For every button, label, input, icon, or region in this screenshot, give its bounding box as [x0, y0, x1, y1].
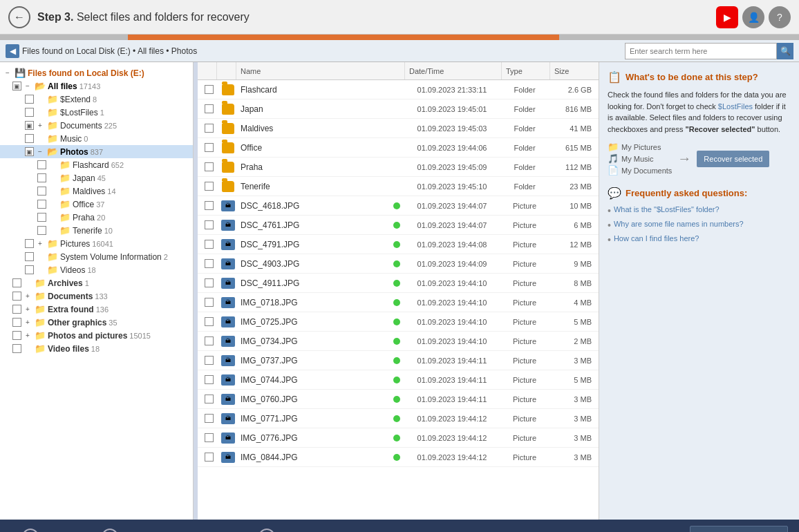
- file-checkbox[interactable]: [199, 336, 218, 345]
- tree-item-othergraphics[interactable]: + 📁 Other graphics 35: [0, 316, 193, 329]
- col-header-type[interactable]: Type: [502, 62, 550, 79]
- checkbox[interactable]: [205, 182, 214, 191]
- tree-item-tenerife[interactable]: 📁 Tenerife 10: [0, 224, 193, 237]
- checkbox-flashcard[interactable]: [37, 160, 46, 169]
- tree-item-japan[interactable]: 📁 Japan 45: [0, 171, 193, 184]
- tree-item-all-files[interactable]: ▣ − 📂 All files 17143: [0, 79, 193, 93]
- lostfiles-link[interactable]: $LostFiles: [718, 102, 753, 111]
- col-header-date[interactable]: Date/Time: [405, 62, 502, 79]
- checkbox[interactable]: [205, 85, 214, 94]
- file-row[interactable]: IMG_0771.JPG 01.09.2023 19:44:12 Picture…: [198, 409, 599, 428]
- file-checkbox[interactable]: [199, 414, 218, 423]
- file-checkbox[interactable]: [199, 298, 218, 307]
- col-header-name[interactable]: Name: [236, 62, 405, 79]
- tree-item-documents[interactable]: ▣ + 📁 Documents 225: [0, 119, 193, 132]
- tree-item-extend[interactable]: 📁 $Extend 8: [0, 93, 193, 106]
- help-button[interactable]: ?: [769, 6, 791, 28]
- file-checkbox[interactable]: [199, 317, 218, 326]
- checkbox[interactable]: [205, 375, 214, 384]
- checkbox[interactable]: [205, 143, 214, 152]
- checkbox[interactable]: [205, 433, 214, 442]
- tree-root[interactable]: − 💾 Files found on Local Disk (E:): [0, 66, 193, 79]
- file-checkbox[interactable]: [199, 220, 218, 229]
- file-checkbox[interactable]: [199, 162, 218, 171]
- checkbox[interactable]: [205, 240, 214, 249]
- checkbox[interactable]: [205, 336, 214, 345]
- checkbox[interactable]: [205, 259, 214, 268]
- checkbox[interactable]: [205, 414, 214, 423]
- faq-link-1[interactable]: What is the "$LostFiles" folder?: [614, 205, 720, 213]
- file-row[interactable]: Office 01.09.2023 19:44:06 Folder 615 MB: [198, 138, 599, 158]
- checkbox-documents2[interactable]: [12, 292, 21, 301]
- recover-selected-button[interactable]: Recover selected: [690, 526, 788, 533]
- faq-link-2[interactable]: Why are some file names in numbers?: [614, 220, 744, 228]
- file-row[interactable]: IMG_0718.JPG 01.09.2023 19:44:10 Picture…: [198, 293, 599, 312]
- checkbox-archives[interactable]: [12, 278, 21, 287]
- file-row[interactable]: Maldives 01.09.2023 19:45:03 Folder 41 M…: [198, 119, 599, 138]
- faq-link-3[interactable]: How can I find files here?: [614, 234, 699, 243]
- tree-item-maldives[interactable]: 📁 Maldives 14: [0, 184, 193, 198]
- file-row[interactable]: IMG_0734.JPG 01.09.2023 19:44:10 Picture…: [198, 332, 599, 351]
- file-row[interactable]: Flashcard 01.09.2023 21:33:11 Folder 2.6…: [198, 80, 599, 99]
- tree-item-pictures[interactable]: + 📁 Pictures 16041: [0, 237, 193, 250]
- user-button[interactable]: 👤: [742, 6, 764, 28]
- file-checkbox[interactable]: [199, 278, 218, 287]
- col-header-size[interactable]: Size: [550, 62, 599, 79]
- file-row[interactable]: DSC_4791.JPG 01.09.2023 19:44:08 Picture…: [198, 235, 599, 254]
- encoding-button[interactable]: Aß Change file names encoding: [91, 520, 247, 532]
- file-row[interactable]: Japan 01.09.2023 19:45:01 Folder 816 MB: [198, 99, 599, 119]
- checkbox-videofiles[interactable]: [12, 344, 21, 353]
- file-checkbox[interactable]: [199, 395, 218, 403]
- file-checkbox[interactable]: [199, 356, 218, 365]
- tree-item-lostfiles[interactable]: 📁 $LostFiles 1: [0, 106, 193, 119]
- checkbox-tenerife[interactable]: [37, 226, 46, 235]
- select-all-button[interactable]: ☑ Select all: [11, 520, 91, 532]
- file-row[interactable]: IMG_0725.JPG 01.09.2023 19:44:10 Picture…: [198, 312, 599, 332]
- checkbox[interactable]: [205, 317, 214, 326]
- file-row[interactable]: IMG_0776.JPG 01.09.2023 19:44:12 Picture…: [198, 428, 599, 448]
- file-checkbox[interactable]: [199, 259, 218, 268]
- file-checkbox[interactable]: [199, 124, 218, 133]
- tree-item-archives[interactable]: 📁 Archives 1: [0, 276, 193, 289]
- tree-item-documents2[interactable]: + 📁 Documents 133: [0, 289, 193, 303]
- checkbox-sysvolinfo[interactable]: [25, 252, 34, 261]
- breadcrumb-toggle-button[interactable]: ◀: [6, 44, 19, 58]
- checkbox-extend[interactable]: [25, 95, 34, 104]
- tree-item-photos[interactable]: ▣ − 📂 Photos 837: [0, 145, 193, 158]
- checkbox[interactable]: [205, 395, 214, 403]
- checkbox-extrafound[interactable]: [12, 305, 21, 314]
- tree-item-music[interactable]: 📁 Music 0: [0, 132, 193, 145]
- file-row[interactable]: DSC_4618.JPG 01.09.2023 19:44:07 Picture…: [198, 196, 599, 216]
- search-button[interactable]: 🔍: [777, 43, 793, 59]
- exit-button[interactable]: ✕ Exit Wizard: [247, 520, 336, 532]
- checkbox[interactable]: [205, 278, 214, 287]
- checkbox-praha[interactable]: [37, 213, 46, 222]
- file-row[interactable]: IMG_0737.JPG 01.09.2023 19:44:11 Picture…: [198, 351, 599, 370]
- tree-item-photospictures[interactable]: + 📁 Photos and pictures 15015: [0, 329, 193, 342]
- search-input[interactable]: [625, 43, 777, 59]
- checkbox-othergraphics[interactable]: [12, 318, 21, 327]
- tree-item-office[interactable]: 📁 Office 37: [0, 198, 193, 211]
- checkbox[interactable]: [205, 298, 214, 307]
- file-checkbox[interactable]: [199, 85, 218, 94]
- tree-item-flashcard[interactable]: 📁 Flashcard 652: [0, 158, 193, 171]
- file-checkbox[interactable]: [199, 433, 218, 442]
- file-row[interactable]: Tenerife 01.09.2023 19:45:10 Folder 23 M…: [198, 177, 599, 196]
- tree-item-videofiles[interactable]: 📁 Video files 18: [0, 342, 193, 355]
- checkbox-photos[interactable]: ▣: [25, 147, 34, 156]
- checkbox[interactable]: [205, 124, 214, 133]
- tree-item-extrafound[interactable]: + 📁 Extra found 136: [0, 303, 193, 316]
- checkbox-music[interactable]: [25, 134, 34, 143]
- checkbox-office[interactable]: [37, 200, 46, 209]
- file-row[interactable]: IMG_0760.JPG 01.09.2023 19:44:11 Picture…: [198, 390, 599, 409]
- checkbox-pictures[interactable]: [25, 239, 34, 248]
- checkbox-documents[interactable]: ▣: [25, 121, 34, 130]
- checkbox[interactable]: [205, 104, 214, 113]
- checkbox-all-files[interactable]: ▣: [12, 82, 21, 91]
- file-checkbox[interactable]: [199, 240, 218, 249]
- checkbox[interactable]: [205, 356, 214, 365]
- file-row[interactable]: DSC_4761.JPG 01.09.2023 19:44:07 Picture…: [198, 216, 599, 235]
- youtube-button[interactable]: ▶: [716, 6, 738, 28]
- checkbox-lostfiles[interactable]: [25, 108, 34, 117]
- file-row[interactable]: IMG_0844.JPG 01.09.2023 19:44:12 Picture…: [198, 448, 599, 467]
